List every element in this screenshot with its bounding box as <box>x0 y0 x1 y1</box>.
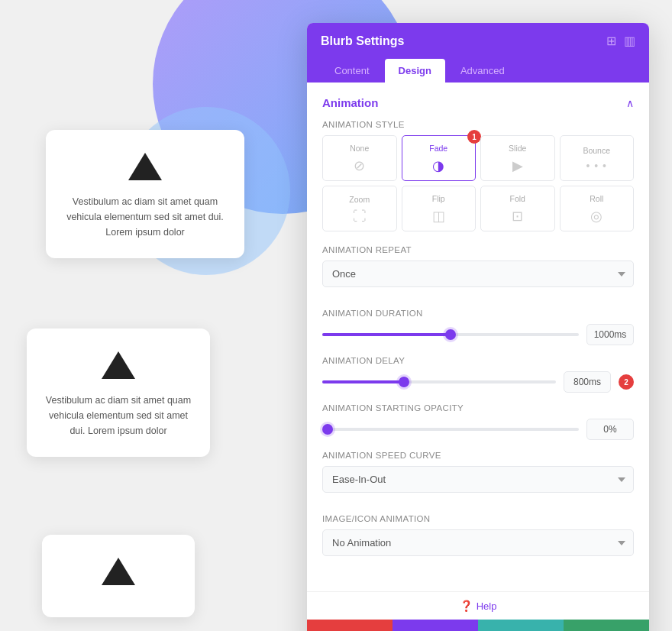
card-3 <box>42 535 195 617</box>
animation-speed-curve-select[interactable]: Ease-In-Out Linear Ease-In Ease-Out <box>322 466 634 493</box>
tab-design[interactable]: Design <box>385 59 445 83</box>
animation-duration-slider-wrap <box>322 333 579 336</box>
animation-duration-label: Animation Duration <box>322 309 634 318</box>
anim-zoom-label: Zoom <box>349 195 370 204</box>
animation-opacity-track <box>322 428 579 431</box>
card-icon-2 <box>102 351 135 379</box>
card-icon-3 <box>102 558 135 585</box>
reset-button[interactable]: ↺ <box>393 620 478 631</box>
animation-opacity-label: Animation Starting Opacity <box>322 403 634 413</box>
animation-opacity-thumb[interactable] <box>322 424 333 435</box>
anim-fade-icon: ◑ <box>432 157 444 174</box>
animation-delay-group: Animation Delay 800ms 2 <box>322 356 634 393</box>
anim-bounce-label: Bounce <box>583 146 610 155</box>
animation-duration-thumb[interactable] <box>445 329 456 340</box>
animation-repeat-label: Animation Repeat <box>322 245 634 254</box>
anim-fold[interactable]: Fold ⊡ <box>480 186 555 231</box>
anim-none-label: None <box>350 144 369 153</box>
animation-delay-track <box>322 380 556 383</box>
anim-none-icon: ⊘ <box>354 157 365 174</box>
image-icon-animation-label: Image/Icon Animation <box>322 514 634 523</box>
animation-opacity-slider-wrap <box>322 428 579 431</box>
anim-slide-icon: ▶ <box>512 157 523 174</box>
cancel-button[interactable]: ✕ <box>307 620 393 631</box>
animation-speed-curve-group: Animation Speed Curve Ease-In-Out Linear… <box>322 451 634 503</box>
anim-roll-label: Roll <box>590 194 603 203</box>
anim-zoom-icon: ⛶ <box>353 209 367 225</box>
expand-icon[interactable]: ⊞ <box>606 34 616 48</box>
animation-duration-fill <box>322 333 451 336</box>
animation-opacity-value: 0% <box>586 419 634 440</box>
anim-bounce[interactable]: Bounce • • • <box>560 135 635 181</box>
save-button[interactable]: ✓ <box>564 620 649 631</box>
anim-roll-icon: ◎ <box>590 208 603 225</box>
card-text-2: Vestibulum ac diam sit amet quam vehicul… <box>45 393 192 438</box>
animation-delay-slider-wrap <box>322 380 556 383</box>
animation-opacity-group: Animation Starting Opacity 0% <box>322 403 634 440</box>
animation-delay-label: Animation Delay <box>322 356 634 365</box>
panel-body: Animation ∧ Animation Style None ⊘ 1 Fad… <box>307 83 649 591</box>
card-icon-1 <box>128 153 162 180</box>
anim-slide-label: Slide <box>509 144 526 153</box>
anim-flip[interactable]: Flip ◫ <box>402 186 477 231</box>
animation-style-grid: None ⊘ 1 Fade ◑ Slide ▶ Bounce • • • <box>322 135 634 231</box>
anim-fade[interactable]: 1 Fade ◑ <box>402 135 477 181</box>
anim-zoom[interactable]: Zoom ⛶ <box>322 186 397 231</box>
animation-opacity-slider-row: 0% <box>322 419 634 440</box>
anim-fold-icon: ⊡ <box>512 208 523 225</box>
delay-badge: 2 <box>619 374 634 390</box>
anim-flip-icon: ◫ <box>432 208 445 225</box>
animation-delay-thumb[interactable] <box>399 377 409 387</box>
image-icon-animation-group: Image/Icon Animation No Animation Fade S… <box>322 514 634 567</box>
animation-delay-fill <box>322 380 404 383</box>
panel-tabs: Content Design Advanced <box>307 59 649 83</box>
panel-header-icons: ⊞ ▥ <box>606 34 635 48</box>
tab-content[interactable]: Content <box>321 59 383 83</box>
action-bar: ✕ ↺ ↻ ✓ <box>307 620 649 631</box>
redo-button[interactable]: ↻ <box>478 620 564 631</box>
animation-duration-slider-row: 1000ms <box>322 324 634 345</box>
animation-style-label: Animation Style <box>322 120 634 129</box>
animation-section-title: Animation <box>322 96 378 109</box>
anim-flip-label: Flip <box>432 194 445 203</box>
image-icon-animation-select[interactable]: No Animation Fade Slide Bounce <box>322 529 634 556</box>
animation-speed-curve-label: Animation Speed Curve <box>322 451 634 460</box>
help-icon: ❓ <box>460 600 473 612</box>
animation-duration-group: Animation Duration 1000ms <box>322 309 634 345</box>
anim-bounce-icon: • • • <box>586 160 607 172</box>
panel-footer: ❓ Help <box>307 591 649 620</box>
collapse-icon[interactable]: ∧ <box>626 97 634 109</box>
animation-repeat-select[interactable]: Once Loop Infinite <box>322 260 634 287</box>
card-text-1: Vestibulum ac diam sit amet quam vehicul… <box>64 194 226 240</box>
animation-section-header: Animation ∧ <box>322 96 634 109</box>
sidebar-icon[interactable]: ▥ <box>624 34 635 48</box>
fade-badge: 1 <box>467 130 481 144</box>
card-2: Vestibulum ac diam sit amet quam vehicul… <box>27 328 210 457</box>
anim-none[interactable]: None ⊘ <box>322 135 397 181</box>
panel-title: Blurb Settings <box>321 34 404 48</box>
anim-fade-label: Fade <box>429 144 447 153</box>
anim-slide[interactable]: Slide ▶ <box>480 135 555 181</box>
animation-repeat-group: Animation Repeat Once Loop Infinite <box>322 245 634 298</box>
tab-advanced[interactable]: Advanced <box>447 59 519 83</box>
anim-roll[interactable]: Roll ◎ <box>560 186 635 231</box>
card-1: Vestibulum ac diam sit amet quam vehicul… <box>46 130 244 258</box>
animation-duration-value: 1000ms <box>586 324 634 345</box>
help-label[interactable]: Help <box>477 600 497 612</box>
anim-fold-label: Fold <box>510 194 525 203</box>
animation-style-group: Animation Style None ⊘ 1 Fade ◑ Slide ▶ <box>322 120 634 231</box>
panel-header: Blurb Settings ⊞ ▥ <box>307 23 649 59</box>
animation-delay-value: 800ms <box>564 371 611 393</box>
animation-delay-slider-row: 800ms 2 <box>322 371 634 393</box>
preview-area: Vestibulum ac diam sit amet quam vehicul… <box>0 0 305 631</box>
animation-duration-track <box>322 333 579 336</box>
settings-panel: Blurb Settings ⊞ ▥ Content Design Advanc… <box>307 23 649 631</box>
